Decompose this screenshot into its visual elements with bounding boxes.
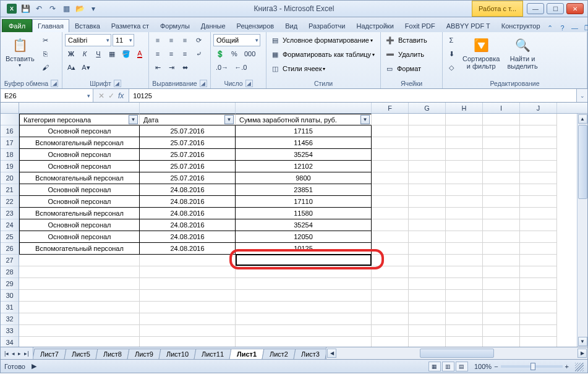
- sheet-tab[interactable]: Лист3: [294, 349, 326, 359]
- row-header[interactable]: 19: [1, 161, 19, 172]
- qat-customize-icon[interactable]: ▾: [87, 2, 100, 15]
- select-all-corner[interactable]: [1, 103, 19, 113]
- ribbon-tab[interactable]: Foxit PDF: [399, 19, 441, 32]
- row-header[interactable]: 20: [1, 172, 19, 184]
- currency-icon[interactable]: 💲: [213, 48, 227, 60]
- zoom-level[interactable]: 100%: [474, 363, 492, 370]
- column-header[interactable]: [19, 103, 140, 113]
- dialog-launcher-icon[interactable]: ◢: [245, 80, 253, 87]
- filter-dropdown-icon[interactable]: ▼: [129, 115, 138, 124]
- row-header[interactable]: 30: [1, 290, 19, 302]
- normal-view-icon[interactable]: ▦: [428, 362, 441, 371]
- grid-row[interactable]: [19, 313, 587, 325]
- underline-button[interactable]: Ч: [92, 48, 104, 60]
- format-cells-button[interactable]: ▭Формат: [383, 62, 440, 75]
- number-format-combo[interactable]: Общий: [213, 34, 260, 46]
- row-header[interactable]: 33: [1, 325, 19, 337]
- align-middle-icon[interactable]: ≡: [165, 34, 177, 46]
- ribbon-tab[interactable]: Рецензиров: [231, 19, 280, 32]
- font-name-combo[interactable]: Calibri: [65, 34, 111, 46]
- row-header[interactable]: 16: [1, 125, 19, 137]
- minimize-ribbon-icon[interactable]: ⌃: [546, 23, 555, 32]
- ribbon-tab[interactable]: Формулы: [155, 19, 195, 32]
- ribbon-tab[interactable]: Конструктор: [496, 19, 546, 32]
- table-header-sum[interactable]: Сумма заработной платы, руб. ▼: [236, 114, 372, 125]
- delete-cells-button[interactable]: ➖Удалить: [383, 48, 440, 61]
- row-header[interactable]: [1, 114, 19, 125]
- ribbon-tab[interactable]: Главная: [32, 19, 69, 32]
- grid-row[interactable]: [19, 266, 587, 278]
- ribbon-tab[interactable]: ABBYY PDF T: [441, 19, 496, 32]
- page-break-view-icon[interactable]: ▤: [456, 362, 468, 371]
- ribbon-tab[interactable]: Данные: [195, 19, 231, 32]
- grid-row[interactable]: [19, 255, 587, 266]
- sheet-tab[interactable]: Лист8: [95, 349, 129, 359]
- ribbon-tab[interactable]: Вставка: [69, 19, 106, 32]
- dialog-launcher-icon[interactable]: ◢: [51, 80, 58, 87]
- grid-row[interactable]: [19, 337, 587, 347]
- border-button[interactable]: ▦: [106, 48, 118, 60]
- wrap-text-icon[interactable]: ⤶: [192, 48, 205, 60]
- dialog-launcher-icon[interactable]: ◢: [114, 80, 121, 87]
- grid-row[interactable]: [19, 325, 587, 337]
- table-row[interactable]: Основной персонал25.07.201612102: [19, 161, 587, 172]
- ribbon-tab[interactable]: Разметка ст: [106, 19, 155, 32]
- new-icon[interactable]: ▦: [60, 2, 72, 15]
- sheet-tab[interactable]: Лист7: [33, 349, 67, 359]
- sheet-tab[interactable]: Лист11: [194, 349, 231, 359]
- cancel-formula-icon[interactable]: ✕: [98, 91, 104, 100]
- decrease-indent-icon[interactable]: ⇤: [151, 61, 164, 74]
- format-painter-icon[interactable]: 🖌: [40, 61, 52, 74]
- decrease-font-icon[interactable]: A▾: [79, 61, 92, 74]
- fill-icon[interactable]: ⬇: [445, 48, 458, 60]
- ribbon-tab[interactable]: Разработчи: [303, 19, 351, 32]
- open-icon[interactable]: 📂: [74, 2, 86, 15]
- table-row[interactable]: Основной персонал25.07.201635254: [19, 149, 587, 161]
- table-row[interactable]: Основной персонал24.08.201623851: [19, 184, 587, 196]
- row-header[interactable]: 18: [1, 149, 19, 161]
- table-row[interactable]: Основной персонал24.08.201612050: [19, 231, 587, 243]
- scroll-right-icon[interactable]: ▶: [577, 349, 587, 358]
- row-header[interactable]: 21: [1, 184, 19, 196]
- column-header[interactable]: I: [483, 103, 520, 113]
- find-select-button[interactable]: 🔍 Найти и выделить: [505, 34, 540, 71]
- font-color-button[interactable]: A: [134, 48, 146, 60]
- scroll-down-icon[interactable]: ▼: [578, 337, 587, 346]
- row-header[interactable]: 25: [1, 231, 19, 243]
- row-header[interactable]: 22: [1, 196, 19, 208]
- comma-icon[interactable]: 000: [242, 48, 258, 60]
- paste-button[interactable]: 📋 Вставить▾: [3, 34, 37, 69]
- prev-tab-icon[interactable]: ◂: [11, 350, 16, 357]
- row-header[interactable]: 29: [1, 278, 19, 290]
- zoom-out-icon[interactable]: −: [494, 363, 498, 370]
- worksheet-grid[interactable]: FGHIJ 1617181920212223242526272829303132…: [0, 103, 588, 347]
- sheet-tab[interactable]: Лист10: [158, 349, 196, 359]
- row-header[interactable]: 27: [1, 255, 19, 266]
- copy-icon[interactable]: ⎘: [40, 48, 52, 60]
- first-tab-icon[interactable]: |◂: [3, 350, 10, 357]
- file-tab[interactable]: Файл: [2, 19, 32, 32]
- last-tab-icon[interactable]: ▸|: [23, 350, 30, 357]
- autosum-icon[interactable]: Σ: [445, 34, 458, 46]
- row-header[interactable]: 34: [1, 337, 19, 347]
- table-row[interactable]: Вспомогательный персонал25.07.201611456: [19, 137, 587, 149]
- align-bottom-icon[interactable]: ≡: [179, 34, 191, 46]
- vertical-scrollbar[interactable]: ▲ ▼: [577, 114, 587, 347]
- table-header-date[interactable]: Дата ▼: [140, 114, 236, 125]
- grid-row[interactable]: [19, 302, 587, 313]
- column-header[interactable]: [236, 103, 372, 113]
- row-header[interactable]: 23: [1, 208, 19, 219]
- next-tab-icon[interactable]: ▸: [17, 350, 22, 357]
- dialog-launcher-icon[interactable]: ◢: [200, 80, 207, 87]
- maximize-button[interactable]: ☐: [547, 3, 564, 14]
- increase-indent-icon[interactable]: ⇥: [165, 61, 177, 74]
- filter-dropdown-icon[interactable]: ▼: [360, 115, 370, 124]
- doc-restore-icon[interactable]: ❐: [583, 23, 588, 32]
- excel-icon[interactable]: X: [6, 2, 18, 15]
- undo-icon[interactable]: ↶: [33, 2, 45, 15]
- table-row[interactable]: Основной персонал24.08.201617110: [19, 196, 587, 208]
- sheet-tab[interactable]: Лист9: [127, 349, 161, 359]
- align-top-icon[interactable]: ≡: [151, 34, 164, 46]
- table-header-category[interactable]: Категория персонала ▼: [19, 114, 140, 125]
- clear-icon[interactable]: ◇: [445, 61, 458, 74]
